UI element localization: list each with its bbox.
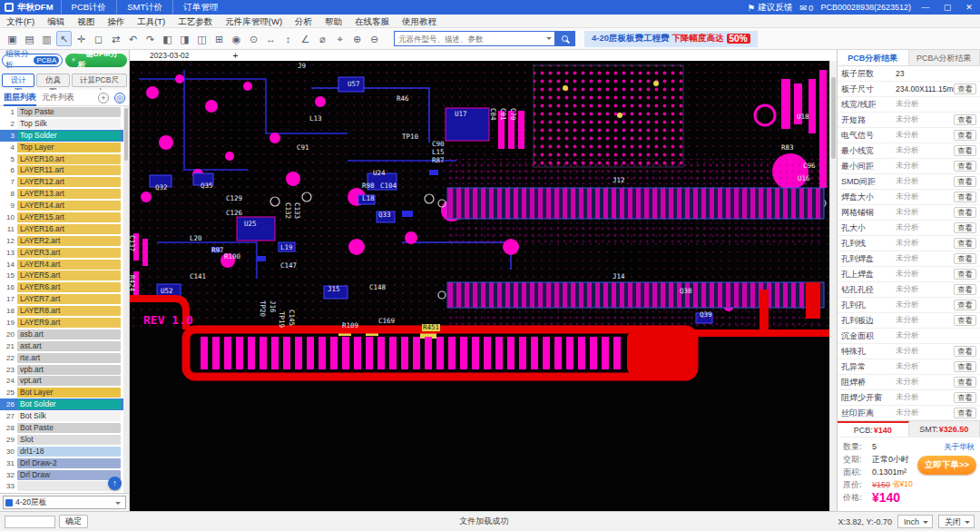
layer-row[interactable]: 10 LAYER15.art <box>0 211 129 223</box>
layer-row[interactable]: 16 LAYER6.art <box>0 281 129 293</box>
maximize-button[interactable]: ▢ <box>940 0 955 15</box>
view-button[interactable]: 查看 <box>954 176 976 187</box>
layer-row[interactable]: 6 LAYER11.art <box>0 164 129 176</box>
menu-item[interactable]: 文件(F) <box>0 15 41 28</box>
board-flip-icon[interactable]: ⇄ <box>108 31 123 46</box>
layer-row[interactable]: 13 LAYER3.art <box>0 247 129 259</box>
open-icon[interactable]: ▤ <box>22 31 37 46</box>
layer-row[interactable]: 9 LAYER14.art <box>0 200 129 211</box>
layer-row[interactable]: 24 vpt.art <box>0 375 129 387</box>
menu-item[interactable]: 工具(T) <box>131 15 172 28</box>
display-select[interactable]: 关闭 <box>938 515 975 528</box>
titlebar-tab[interactable]: PCB计价 <box>61 0 117 15</box>
layer-row[interactable]: 25 Bot Layer <box>0 387 129 398</box>
simulation-view-button[interactable]: 仿真图 <box>36 74 69 87</box>
about-link[interactable]: 关于华秋 <box>944 442 975 453</box>
unit-select[interactable]: Inch <box>897 515 933 528</box>
view-button[interactable]: 查看 <box>954 207 976 218</box>
feedback-link[interactable]: ⚑ 建议反馈 <box>748 2 793 14</box>
layer-row[interactable]: 5 LAYER10.art <box>0 153 129 165</box>
menu-item[interactable]: 操作 <box>101 15 131 28</box>
layer-row[interactable]: 17 LAYER7.art <box>0 293 129 305</box>
top-view-icon[interactable]: ◧ <box>160 31 175 46</box>
search-button[interactable] <box>554 31 574 46</box>
layer-row[interactable]: 20 asb.art <box>0 329 129 340</box>
zoom-out-icon[interactable]: ⊖ <box>367 31 382 46</box>
zoom-window-icon[interactable]: ◻ <box>91 31 106 46</box>
origin-icon[interactable]: ⌖ <box>332 31 348 46</box>
titlebar-tab[interactable]: SMT计价 <box>116 0 172 15</box>
view-button[interactable]: 查看 <box>954 269 976 280</box>
view-button[interactable]: 查看 <box>954 145 976 156</box>
canvas-scrollbar[interactable] <box>829 61 837 511</box>
coordinate-input[interactable] <box>5 516 55 528</box>
layer-row[interactable]: 4 Top Layer <box>0 142 129 153</box>
measure-vertical-icon[interactable]: ↕ <box>280 31 296 46</box>
view-button[interactable]: 查看 <box>954 392 976 403</box>
measure-icon[interactable]: ↔ <box>263 31 279 46</box>
layer-row[interactable]: 30 drl1-18 <box>0 446 129 457</box>
overview-icon[interactable]: ◫ <box>194 31 210 46</box>
view-button[interactable]: 查看 <box>954 222 976 233</box>
menu-item[interactable]: 工艺参数 <box>172 15 219 28</box>
via-icon[interactable]: ⊙ <box>246 31 261 46</box>
design-view-button[interactable]: 设计图 <box>2 74 34 87</box>
layer-row[interactable]: 12 LAYER2.art <box>0 235 129 247</box>
promo-banner[interactable]: 4-20层板板费工程费 下降幅度高达 50% <box>584 31 758 47</box>
layer-row[interactable]: 2 Top Silk <box>0 118 129 130</box>
chevron-down-icon[interactable] <box>544 32 554 45</box>
print-icon[interactable]: ▥ <box>39 31 54 46</box>
layer-row[interactable]: 1 Top Paste <box>0 106 129 118</box>
menu-item[interactable]: 使用教程 <box>396 15 443 28</box>
menu-item[interactable]: 分析 <box>289 15 318 28</box>
layer-row[interactable]: 14 LAYER4.art <box>0 259 129 270</box>
select-icon[interactable]: ↖ <box>56 31 72 46</box>
view-button[interactable]: 查看 <box>954 84 976 94</box>
locate-icon[interactable]: ◎ <box>114 93 125 103</box>
menu-item[interactable]: 在线客服 <box>348 15 396 28</box>
view-button[interactable]: 查看 <box>954 284 976 295</box>
scrollbar-thumb[interactable] <box>831 77 836 159</box>
menu-item[interactable]: 视图 <box>71 15 101 28</box>
view-button[interactable]: 查看 <box>954 346 976 357</box>
grid-icon[interactable]: ⊞ <box>211 31 227 46</box>
tab-component-list[interactable]: 元件列表 <box>42 90 74 106</box>
bottom-view-icon[interactable]: ◨ <box>177 31 192 46</box>
view-button[interactable]: 查看 <box>954 300 976 310</box>
layer-row[interactable]: 19 LAYER9.art <box>0 317 129 329</box>
pcba-analysis-button[interactable]: 组装分析 PCBA <box>2 54 63 67</box>
tab-pcba-results[interactable]: PCBA分析结果 <box>909 50 980 65</box>
layer-row[interactable]: 3 Top Solder <box>0 130 129 142</box>
layer-row[interactable]: 27 Bot Silk <box>0 410 129 422</box>
menu-item[interactable]: 元件库管理(W) <box>219 15 289 28</box>
add-icon[interactable]: + <box>98 93 109 103</box>
order-button[interactable]: 立即下单>> <box>917 456 976 475</box>
dfm-analysis-button[interactable]: ⚡ 一键DFM分析 <box>65 54 127 67</box>
view-button[interactable]: 查看 <box>954 315 976 326</box>
view-button[interactable]: 查看 <box>954 238 976 249</box>
layer-row[interactable]: 31 Drl Draw-2 <box>0 457 129 469</box>
pcb-canvas[interactable]: 2023-03-02 + <box>130 50 837 511</box>
layer-row[interactable]: 21 ast.art <box>0 340 129 352</box>
pan-icon[interactable]: ✛ <box>74 31 89 46</box>
pad-icon[interactable]: ◉ <box>229 31 244 46</box>
view-button[interactable]: 查看 <box>954 253 976 264</box>
menu-item[interactable]: 帮助 <box>318 15 348 28</box>
view-button[interactable]: 查看 <box>954 192 976 202</box>
layer-row[interactable]: 26 Bot Solder <box>0 398 129 410</box>
layer-row[interactable]: 18 LAYER8.art <box>0 305 129 317</box>
view-button[interactable]: 查看 <box>954 114 976 125</box>
message-indicator[interactable]: ✉ 0 <box>799 3 813 13</box>
confirm-button[interactable]: 确定 <box>59 515 88 528</box>
tab-smt-price[interactable]: SMT: ¥326.50 <box>909 421 980 437</box>
menu-item[interactable]: 编辑 <box>41 15 71 28</box>
view-button[interactable]: 查看 <box>954 130 976 141</box>
layer-row[interactable]: 11 LAYER16.art <box>0 223 129 235</box>
tab-pcb-results[interactable]: PCB分析结果 <box>838 50 909 65</box>
scroll-top-button[interactable]: ↑ <box>108 477 122 490</box>
layer-row[interactable]: 22 rte.art <box>0 352 129 364</box>
layer-row[interactable]: 29 Slot <box>0 434 129 446</box>
view-button[interactable]: 查看 <box>954 161 976 172</box>
close-button[interactable]: ✕ <box>962 0 976 15</box>
view-button[interactable]: 查看 <box>954 361 976 372</box>
